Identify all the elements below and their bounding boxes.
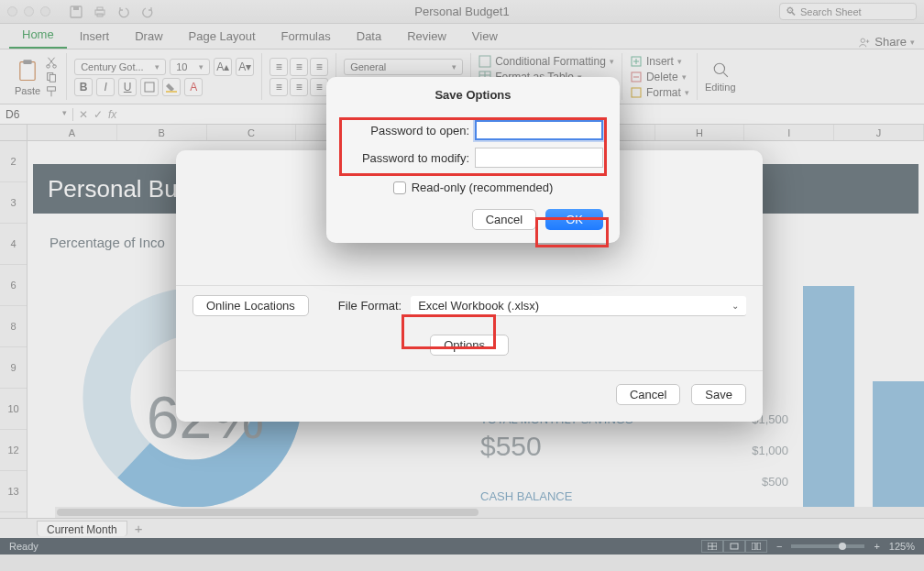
align-left-button[interactable]: ≡ (270, 78, 288, 96)
tab-review[interactable]: Review (394, 24, 459, 49)
share-button[interactable]: Share ▾ (858, 35, 915, 49)
format-label: Format (646, 86, 681, 99)
save-icon[interactable] (69, 5, 83, 19)
cancel-button[interactable]: Cancel (616, 384, 680, 405)
print-icon[interactable] (93, 5, 107, 19)
delete-cells-button[interactable]: Delete▾ (630, 71, 687, 83)
format-icon (630, 86, 643, 99)
password-modify-input[interactable] (475, 148, 603, 168)
ok-button[interactable]: OK (545, 209, 603, 230)
row-header[interactable]: 6 (0, 265, 27, 306)
align-middle-button[interactable]: ≡ (290, 58, 308, 76)
redo-icon[interactable] (140, 5, 155, 19)
zoom-out-button[interactable]: − (776, 541, 782, 552)
row-header[interactable]: 4 (0, 224, 27, 265)
tab-data[interactable]: Data (344, 24, 394, 49)
accept-formula-icon[interactable]: ✓ (94, 108, 103, 121)
row-header[interactable]: 2 (0, 141, 27, 182)
conditional-formatting-button[interactable]: Conditional Formatting▾ (478, 55, 614, 68)
share-label: Share (874, 35, 907, 49)
view-buttons (701, 540, 767, 553)
alignment-group: ≡ ≡ ≡ ≡ ≡ ≡ (262, 53, 336, 100)
add-sheet-button[interactable]: + (135, 521, 143, 536)
file-format-select[interactable]: Excel Workbook (.xlsx) ⌄ (411, 296, 746, 316)
col-header[interactable]: B (117, 125, 207, 140)
cancel-button[interactable]: Cancel (472, 209, 536, 230)
tab-page-layout[interactable]: Page Layout (176, 24, 269, 49)
bar-chart (803, 279, 924, 517)
readonly-checkbox[interactable] (393, 181, 406, 194)
insert-label: Insert (646, 55, 674, 68)
col-header[interactable]: A (28, 125, 117, 140)
col-header[interactable]: H (655, 125, 745, 140)
align-center-button[interactable]: ≡ (290, 78, 308, 96)
cancel-formula-icon[interactable]: ✕ (79, 108, 88, 121)
format-cells-button[interactable]: Format▾ (630, 86, 689, 99)
editing-group[interactable]: Editing (698, 53, 743, 100)
row-header[interactable]: 13 (0, 471, 27, 512)
online-locations-button[interactable]: Online Locations (192, 295, 309, 316)
save-button[interactable]: Save (691, 384, 746, 405)
password-modify-label: Password to modify: (362, 151, 469, 165)
row-header[interactable]: 10 (0, 389, 27, 430)
zoom-slider[interactable] (791, 544, 864, 548)
col-header[interactable]: I (744, 125, 834, 140)
zoom-window-icon[interactable] (40, 6, 50, 16)
select-all-corner[interactable] (0, 125, 28, 140)
row-header[interactable]: 3 (0, 182, 27, 224)
search-sheet-box[interactable]: 🔍︎ (779, 3, 917, 20)
name-box[interactable]: D6▾ (0, 108, 73, 121)
italic-button[interactable]: I (96, 78, 115, 96)
fill-color-button[interactable] (162, 78, 181, 96)
zoom-level[interactable]: 125% (889, 541, 915, 552)
number-format-combo[interactable]: General▾ (344, 59, 463, 75)
insert-cells-button[interactable]: Insert▾ (630, 55, 682, 68)
view-page-layout-button[interactable] (723, 540, 745, 553)
tab-formulas[interactable]: Formulas (269, 24, 344, 49)
tab-home[interactable]: Home (9, 22, 67, 49)
svg-rect-3 (97, 7, 103, 10)
col-header[interactable]: J (834, 125, 924, 140)
tab-view[interactable]: View (459, 24, 511, 49)
row-header[interactable]: 12 (0, 430, 27, 471)
cut-icon[interactable] (44, 56, 59, 69)
font-color-button[interactable]: A (184, 78, 203, 96)
copy-icon[interactable] (44, 71, 59, 83)
font-name-combo[interactable]: Century Got...▾ (74, 59, 166, 75)
align-bottom-button[interactable]: ≡ (310, 58, 328, 76)
shrink-font-button[interactable]: A▾ (236, 58, 254, 76)
view-normal-button[interactable] (701, 540, 723, 553)
close-window-icon[interactable] (7, 6, 17, 16)
sheet-tab-current-month[interactable]: Current Month (37, 521, 127, 536)
col-header[interactable]: C (207, 125, 297, 140)
password-open-input[interactable] (475, 120, 603, 140)
search-input[interactable] (800, 6, 910, 17)
align-top-button[interactable]: ≡ (270, 58, 288, 76)
row-header[interactable]: 9 (0, 347, 27, 389)
underline-button[interactable]: U (118, 78, 137, 96)
window-controls (7, 6, 50, 16)
chevron-down-icon: ▾ (62, 108, 67, 121)
tab-draw[interactable]: Draw (122, 24, 175, 49)
zoom-in-button[interactable]: + (874, 541, 879, 552)
cond-format-icon (478, 55, 491, 68)
border-button[interactable] (140, 78, 159, 96)
tab-insert[interactable]: Insert (67, 24, 123, 49)
grow-font-button[interactable]: A▴ (214, 58, 232, 76)
horizontal-scrollbar[interactable] (55, 507, 924, 518)
view-page-break-button[interactable] (745, 540, 767, 553)
bold-button[interactable]: B (74, 78, 93, 96)
titlebar: Personal Budget1 🔍︎ (0, 0, 924, 24)
minimize-window-icon[interactable] (24, 6, 34, 16)
delete-icon (630, 71, 643, 83)
row-header[interactable]: 8 (0, 306, 27, 347)
scrollbar-thumb[interactable] (57, 509, 478, 516)
svg-rect-6 (20, 61, 35, 80)
zoom-thumb[interactable] (839, 543, 846, 550)
fx-icon[interactable]: fx (108, 108, 116, 121)
options-button[interactable]: Options... (430, 335, 509, 356)
font-size-combo[interactable]: 10▾ (170, 59, 210, 75)
undo-icon[interactable] (116, 5, 131, 19)
paste-icon[interactable] (15, 58, 40, 83)
format-painter-icon[interactable] (44, 85, 59, 98)
